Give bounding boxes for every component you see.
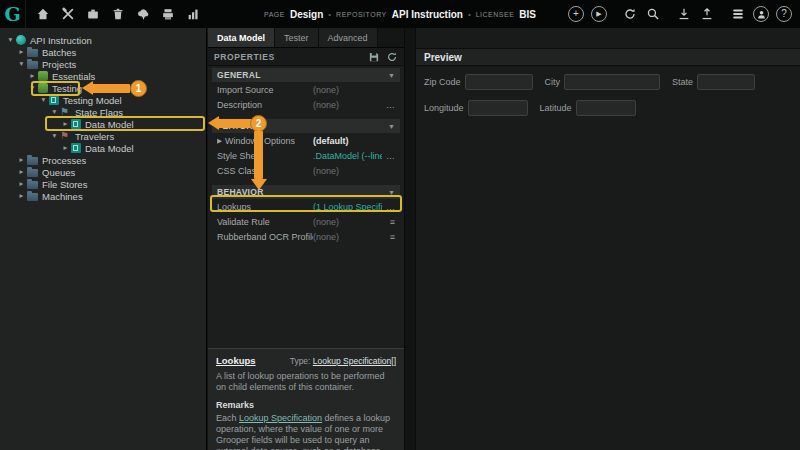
longitude-input[interactable]	[468, 100, 528, 116]
tree-item-state-flags[interactable]: ▾State Flags	[0, 106, 206, 118]
refresh-icon[interactable]	[622, 6, 638, 22]
tree-item-api-instruction[interactable]: ▾API Instruction	[0, 34, 206, 46]
toolbar-right-icons: + ▶ ?	[568, 0, 792, 28]
ellipsis-button[interactable]: …	[382, 202, 395, 212]
help-icon[interactable]: ?	[776, 6, 792, 22]
menu-button[interactable]: ≡	[382, 217, 395, 227]
property-row-css-class[interactable]: CSS Class(none)	[212, 163, 400, 178]
tools-icon[interactable]	[60, 6, 76, 22]
collapse-icon[interactable]: ▾	[39, 94, 48, 106]
ellipsis-button[interactable]: …	[382, 100, 395, 110]
tree-item-testing[interactable]: ▾Testing	[0, 82, 206, 94]
latitude-input[interactable]	[576, 100, 636, 116]
property-row-import-source[interactable]: Import Source(none)	[212, 82, 400, 97]
type-label: Type:	[290, 356, 311, 366]
lookup-specification-link[interactable]: Lookup Specification	[239, 413, 322, 423]
save-icon[interactable]	[368, 51, 380, 63]
expand-icon[interactable]: ▸	[17, 178, 26, 190]
tree-item-data-model[interactable]: ▸Data Model	[0, 118, 206, 130]
cloud-sync-icon[interactable]	[135, 6, 151, 22]
collapse-icon[interactable]: ▾	[6, 34, 15, 46]
refresh-icon[interactable]	[386, 51, 398, 63]
tree-item-testing-model[interactable]: ▾Testing Model	[0, 94, 206, 106]
tab-data-model[interactable]: Data Model	[208, 28, 275, 47]
home-icon[interactable]	[35, 6, 51, 22]
expand-icon[interactable]: ▸	[17, 166, 26, 178]
property-row-windows-options[interactable]: ▶Windows Options(default)	[212, 133, 400, 148]
grooper-logo[interactable]: G	[0, 0, 26, 28]
expand-icon[interactable]: ▶	[217, 137, 222, 145]
chevron-down-icon: ▼	[388, 72, 395, 79]
collapse-icon[interactable]: ▾	[17, 58, 26, 70]
repository-label: REPOSITORY	[336, 11, 387, 18]
tree-item-batches[interactable]: ▸Batches	[0, 46, 206, 58]
property-row-rubberband-ocr-profile[interactable]: Rubberband OCR Profile(none)≡	[212, 229, 400, 244]
expand-icon[interactable]: ▸	[61, 118, 70, 130]
expand-icon[interactable]: ▸	[17, 190, 26, 202]
preview-header: Preview	[416, 48, 800, 66]
section-header-features[interactable]: FEATURES▼	[212, 119, 400, 133]
description-type: Type: Lookup Specification[]	[290, 356, 396, 366]
collapse-icon[interactable]: ▾	[50, 130, 59, 142]
latitude-label: Latitude	[540, 103, 572, 113]
tab-advanced[interactable]: Advanced	[319, 28, 378, 47]
tree-item-projects[interactable]: ▾Projects	[0, 58, 206, 70]
state-input[interactable]	[697, 74, 755, 90]
trash-icon[interactable]	[110, 6, 126, 22]
printer-icon[interactable]	[160, 6, 176, 22]
collapse-icon[interactable]: ▾	[50, 106, 59, 118]
navigate-icon[interactable]: ▶	[591, 6, 607, 22]
expand-icon[interactable]: ▸	[17, 46, 26, 58]
property-name: Lookups	[217, 202, 313, 212]
panel-splitter[interactable]	[404, 28, 416, 450]
city-input[interactable]	[564, 74, 660, 90]
folder-icon	[27, 193, 38, 201]
property-row-validate-rule[interactable]: Validate Rule(none)≡	[212, 214, 400, 229]
preview-panel: Preview Zip Code City State Longitude La…	[416, 28, 800, 450]
longitude-label: Longitude	[424, 103, 464, 113]
tree-item-label: API Instruction	[30, 35, 92, 46]
expand-icon[interactable]: ▸	[17, 154, 26, 166]
tree-item-label: Machines	[42, 191, 83, 202]
section-header-behavior[interactable]: BEHAVIOR▼	[212, 185, 400, 199]
collapse-icon[interactable]: ▾	[28, 82, 37, 94]
flag2-icon	[60, 131, 71, 141]
property-row-description[interactable]: Description(none)…	[212, 97, 400, 112]
bar-chart-icon[interactable]	[185, 6, 201, 22]
briefcase-icon[interactable]	[85, 6, 101, 22]
type-link[interactable]: Lookup Specification[]	[313, 356, 396, 366]
tree-item-file-stores[interactable]: ▸File Stores	[0, 178, 206, 190]
zip-code-input[interactable]	[465, 74, 533, 90]
remarks-prefix: Each	[216, 413, 239, 423]
expand-icon[interactable]: ▸	[61, 142, 70, 154]
node-icon	[16, 35, 26, 45]
section-header-general[interactable]: GENERAL▼	[212, 68, 400, 82]
tree-item-machines[interactable]: ▸Machines	[0, 190, 206, 202]
form-row-1: Zip Code City State	[424, 74, 792, 90]
repository-value[interactable]: API Instruction	[392, 9, 463, 20]
property-name-text: Lookups	[217, 202, 251, 212]
tab-tester[interactable]: Tester	[275, 28, 319, 47]
tree-item-travelers[interactable]: ▾Travelers	[0, 130, 206, 142]
download-icon[interactable]	[676, 6, 692, 22]
property-grid: GENERAL▼Import Source(none)Description(n…	[208, 66, 404, 244]
add-icon[interactable]: +	[568, 6, 584, 22]
section-label: BEHAVIOR	[217, 187, 264, 197]
tree-item-processes[interactable]: ▸Processes	[0, 154, 206, 166]
tree-item-queues[interactable]: ▸Queues	[0, 166, 206, 178]
form-row-2: Longitude Latitude	[424, 100, 792, 116]
upload-icon[interactable]	[699, 6, 715, 22]
tree-item-label: Testing Model	[63, 95, 122, 106]
property-row-style-sheet[interactable]: Style Sheet.DataModel (--line-...…	[212, 148, 400, 163]
menu-button[interactable]: ≡	[382, 232, 395, 242]
layers-icon[interactable]	[730, 6, 746, 22]
ellipsis-button[interactable]: …	[382, 151, 395, 161]
property-row-lookups[interactable]: Lookups(1 Lookup Specificatio…	[212, 199, 400, 214]
tree-item-data-model[interactable]: ▸Data Model	[0, 142, 206, 154]
tree-item-essentials[interactable]: ▸Essentials	[0, 70, 206, 82]
expand-icon[interactable]: ▸	[28, 70, 37, 82]
search-icon[interactable]	[645, 6, 661, 22]
tree-item-label: Projects	[42, 59, 76, 70]
user-icon[interactable]	[753, 6, 769, 22]
page-value[interactable]: Design	[290, 9, 323, 20]
